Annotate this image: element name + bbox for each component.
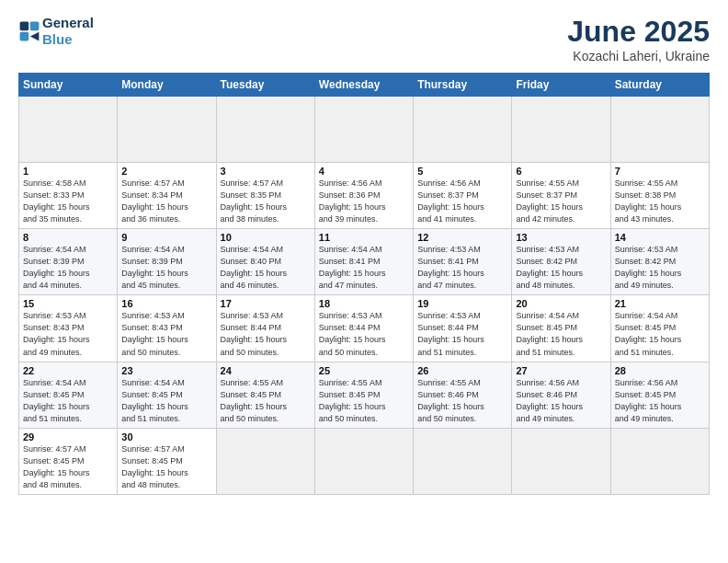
- svg-marker-3: [30, 32, 40, 41]
- logo-line2: Blue: [42, 31, 94, 48]
- day-number: 5: [417, 166, 507, 177]
- day-info: Sunrise: 4:55 AM Sunset: 8:45 PM Dayligh…: [319, 377, 409, 425]
- day-cell: 3Sunrise: 4:57 AM Sunset: 8:35 PM Daylig…: [216, 163, 314, 229]
- day-number: 29: [23, 431, 113, 442]
- logo-icon: [18, 20, 40, 42]
- day-cell: 4Sunrise: 4:56 AM Sunset: 8:36 PM Daylig…: [314, 163, 413, 229]
- day-info: Sunrise: 4:56 AM Sunset: 8:46 PM Dayligh…: [516, 377, 606, 425]
- day-cell: 20Sunrise: 4:54 AM Sunset: 8:45 PM Dayli…: [512, 295, 610, 362]
- day-cell: 7Sunrise: 4:55 AM Sunset: 8:38 PM Daylig…: [610, 163, 709, 229]
- day-cell: 11Sunrise: 4:54 AM Sunset: 8:41 PM Dayli…: [314, 229, 413, 295]
- day-number: 25: [319, 365, 409, 376]
- day-info: Sunrise: 4:57 AM Sunset: 8:34 PM Dayligh…: [121, 178, 211, 225]
- day-cell: [216, 97, 314, 163]
- day-cell: 28Sunrise: 4:56 AM Sunset: 8:45 PM Dayli…: [610, 362, 709, 428]
- day-info: Sunrise: 4:53 AM Sunset: 8:44 PM Dayligh…: [221, 310, 311, 358]
- col-header-saturday: Saturday: [610, 74, 709, 97]
- svg-rect-1: [30, 22, 40, 31]
- day-cell: 13Sunrise: 4:53 AM Sunset: 8:42 PM Dayli…: [512, 229, 610, 295]
- day-number: 3: [221, 166, 311, 177]
- day-number: 30: [121, 431, 211, 442]
- day-info: Sunrise: 4:55 AM Sunset: 8:45 PM Dayligh…: [221, 377, 311, 425]
- day-cell: [610, 428, 709, 494]
- day-info: Sunrise: 4:56 AM Sunset: 8:36 PM Dayligh…: [319, 178, 409, 225]
- day-cell: 12Sunrise: 4:53 AM Sunset: 8:41 PM Dayli…: [414, 229, 512, 295]
- calendar-table: SundayMondayTuesdayWednesdayThursdayFrid…: [18, 73, 710, 495]
- day-number: 20: [516, 298, 606, 309]
- col-header-friday: Friday: [512, 74, 610, 97]
- calendar-title: June 2025: [567, 15, 710, 49]
- day-cell: 1Sunrise: 4:58 AM Sunset: 8:33 PM Daylig…: [19, 163, 118, 229]
- week-row-1: 1Sunrise: 4:58 AM Sunset: 8:33 PM Daylig…: [19, 163, 710, 229]
- day-cell: 10Sunrise: 4:54 AM Sunset: 8:40 PM Dayli…: [216, 229, 314, 295]
- day-number: 6: [516, 166, 606, 177]
- day-number: 15: [23, 298, 113, 309]
- day-info: Sunrise: 4:53 AM Sunset: 8:44 PM Dayligh…: [319, 310, 409, 358]
- day-info: Sunrise: 4:54 AM Sunset: 8:45 PM Dayligh…: [516, 310, 606, 358]
- day-cell: 9Sunrise: 4:54 AM Sunset: 8:39 PM Daylig…: [118, 229, 216, 295]
- day-number: 1: [23, 166, 113, 177]
- day-info: Sunrise: 4:58 AM Sunset: 8:33 PM Dayligh…: [23, 178, 113, 225]
- day-info: Sunrise: 4:57 AM Sunset: 8:35 PM Dayligh…: [221, 178, 311, 225]
- day-cell: 6Sunrise: 4:55 AM Sunset: 8:37 PM Daylig…: [512, 163, 610, 229]
- title-area: June 2025 Kozachi Laheri, Ukraine: [567, 15, 710, 63]
- day-cell: 14Sunrise: 4:53 AM Sunset: 8:42 PM Dayli…: [610, 229, 709, 295]
- day-number: 14: [615, 232, 705, 243]
- day-cell: [512, 97, 610, 163]
- day-cell: 8Sunrise: 4:54 AM Sunset: 8:39 PM Daylig…: [19, 229, 118, 295]
- day-number: 7: [615, 166, 705, 177]
- col-header-wednesday: Wednesday: [314, 74, 413, 97]
- day-cell: 22Sunrise: 4:54 AM Sunset: 8:45 PM Dayli…: [19, 362, 118, 428]
- day-info: Sunrise: 4:53 AM Sunset: 8:43 PM Dayligh…: [121, 310, 211, 358]
- day-info: Sunrise: 4:54 AM Sunset: 8:45 PM Dayligh…: [615, 310, 705, 358]
- day-info: Sunrise: 4:54 AM Sunset: 8:39 PM Dayligh…: [121, 244, 211, 292]
- header: General Blue June 2025 Kozachi Laheri, U…: [18, 15, 710, 63]
- day-number: 21: [615, 298, 705, 309]
- day-cell: [414, 428, 512, 494]
- day-cell: 21Sunrise: 4:54 AM Sunset: 8:45 PM Dayli…: [610, 295, 709, 362]
- day-info: Sunrise: 4:53 AM Sunset: 8:43 PM Dayligh…: [23, 310, 113, 358]
- day-cell: 27Sunrise: 4:56 AM Sunset: 8:46 PM Dayli…: [512, 362, 610, 428]
- day-info: Sunrise: 4:56 AM Sunset: 8:37 PM Dayligh…: [417, 178, 507, 225]
- day-number: 18: [319, 298, 409, 309]
- day-info: Sunrise: 4:53 AM Sunset: 8:42 PM Dayligh…: [516, 244, 606, 292]
- day-cell: 19Sunrise: 4:53 AM Sunset: 8:44 PM Dayli…: [414, 295, 512, 362]
- day-cell: [314, 428, 413, 494]
- day-cell: 15Sunrise: 4:53 AM Sunset: 8:43 PM Dayli…: [19, 295, 118, 362]
- logo-text: General Blue: [42, 15, 94, 48]
- day-cell: 18Sunrise: 4:53 AM Sunset: 8:44 PM Dayli…: [314, 295, 413, 362]
- calendar-subtitle: Kozachi Laheri, Ukraine: [567, 49, 710, 63]
- day-info: Sunrise: 4:55 AM Sunset: 8:46 PM Dayligh…: [417, 377, 507, 425]
- col-header-monday: Monday: [118, 74, 216, 97]
- day-cell: 5Sunrise: 4:56 AM Sunset: 8:37 PM Daylig…: [414, 163, 512, 229]
- day-number: 10: [221, 232, 311, 243]
- day-info: Sunrise: 4:53 AM Sunset: 8:41 PM Dayligh…: [417, 244, 507, 292]
- day-cell: [512, 428, 610, 494]
- header-row: SundayMondayTuesdayWednesdayThursdayFrid…: [19, 74, 710, 97]
- week-row-3: 15Sunrise: 4:53 AM Sunset: 8:43 PM Dayli…: [19, 295, 710, 362]
- week-row-0: [19, 97, 710, 163]
- day-cell: 29Sunrise: 4:57 AM Sunset: 8:45 PM Dayli…: [19, 428, 118, 494]
- day-number: 9: [121, 232, 211, 243]
- day-number: 17: [221, 298, 311, 309]
- col-header-thursday: Thursday: [414, 74, 512, 97]
- day-number: 22: [23, 365, 113, 376]
- day-cell: [118, 97, 216, 163]
- day-info: Sunrise: 4:55 AM Sunset: 8:37 PM Dayligh…: [516, 178, 606, 225]
- day-cell: [19, 97, 118, 163]
- day-info: Sunrise: 4:54 AM Sunset: 8:40 PM Dayligh…: [221, 244, 311, 292]
- day-cell: 30Sunrise: 4:57 AM Sunset: 8:45 PM Dayli…: [118, 428, 216, 494]
- day-info: Sunrise: 4:54 AM Sunset: 8:39 PM Dayligh…: [23, 244, 113, 292]
- day-cell: 17Sunrise: 4:53 AM Sunset: 8:44 PM Dayli…: [216, 295, 314, 362]
- svg-rect-0: [20, 22, 29, 31]
- week-row-2: 8Sunrise: 4:54 AM Sunset: 8:39 PM Daylig…: [19, 229, 710, 295]
- day-info: Sunrise: 4:57 AM Sunset: 8:45 PM Dayligh…: [23, 443, 113, 491]
- day-cell: 2Sunrise: 4:57 AM Sunset: 8:34 PM Daylig…: [118, 163, 216, 229]
- day-info: Sunrise: 4:54 AM Sunset: 8:45 PM Dayligh…: [23, 377, 113, 425]
- day-cell: 26Sunrise: 4:55 AM Sunset: 8:46 PM Dayli…: [414, 362, 512, 428]
- col-header-sunday: Sunday: [19, 74, 118, 97]
- day-number: 4: [319, 166, 409, 177]
- day-number: 19: [417, 298, 507, 309]
- day-number: 13: [516, 232, 606, 243]
- day-info: Sunrise: 4:55 AM Sunset: 8:38 PM Dayligh…: [615, 178, 705, 225]
